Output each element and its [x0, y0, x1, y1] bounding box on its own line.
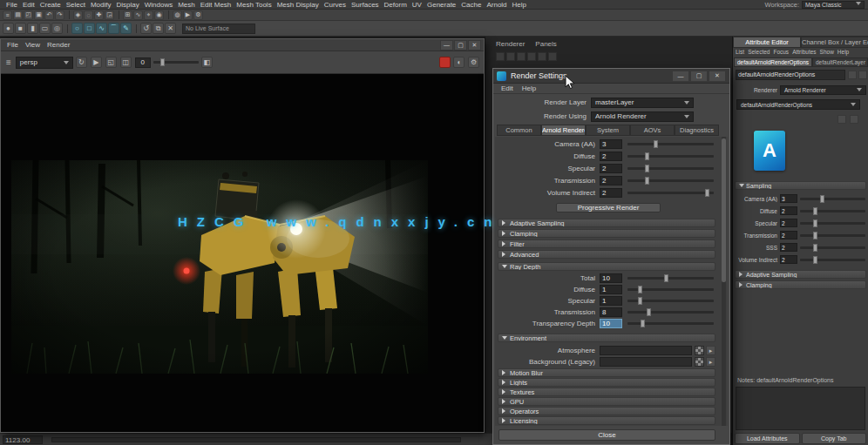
- menu-show[interactable]: Show: [820, 49, 834, 57]
- menu-selected[interactable]: Selected: [748, 49, 770, 57]
- poly-plane-icon[interactable]: ▭: [39, 23, 51, 34]
- tab-diagnostics[interactable]: Diagnostics: [675, 125, 719, 136]
- background-field[interactable]: [600, 357, 692, 367]
- menu-cache[interactable]: Cache: [458, 1, 484, 9]
- slider-handle[interactable]: [645, 152, 649, 160]
- menu-create[interactable]: Create: [37, 1, 64, 9]
- menu-deform[interactable]: Deform: [382, 1, 410, 9]
- settings-gear-icon[interactable]: ⚙: [468, 57, 479, 68]
- value-field[interactable]: 2: [780, 231, 797, 239]
- menu-arnold[interactable]: Arnold: [484, 1, 509, 9]
- audio-icon[interactable]: ◖: [453, 57, 465, 68]
- section-filter[interactable]: Filter: [498, 239, 715, 248]
- slider-handle[interactable]: [664, 274, 668, 282]
- slider-handle[interactable]: [638, 286, 642, 293]
- move-tool-icon[interactable]: ✚: [94, 10, 104, 20]
- menu-mesh-tools[interactable]: Mesh Tools: [234, 1, 274, 9]
- section-ray-depth[interactable]: Ray Depth: [498, 262, 715, 271]
- redo-icon[interactable]: ↷: [55, 10, 64, 20]
- menu-mesh[interactable]: Mesh: [175, 1, 198, 9]
- progressive-render-button[interactable]: Progressive Render: [556, 203, 661, 212]
- slider-handle[interactable]: [705, 189, 709, 197]
- slider-handle[interactable]: [820, 195, 824, 203]
- panel-toolbar-icon[interactable]: [548, 52, 557, 61]
- slider-handle[interactable]: [813, 244, 817, 252]
- value-field[interactable]: 2: [780, 206, 797, 215]
- render-view-menu-render[interactable]: Render: [44, 41, 73, 49]
- slider[interactable]: [800, 259, 865, 261]
- menu-help[interactable]: Help: [837, 49, 849, 57]
- ray-transmission-slider[interactable]: [627, 311, 714, 314]
- diffuse-samples-slider[interactable]: [627, 155, 714, 158]
- snap-curve-icon[interactable]: ∿: [133, 10, 143, 20]
- ray-specular-slider[interactable]: [627, 300, 714, 302]
- slider-handle[interactable]: [160, 58, 165, 66]
- copy-tab-button[interactable]: Copy Tab: [802, 433, 867, 444]
- menu-edit-mesh[interactable]: Edit Mesh: [198, 1, 234, 9]
- main-menu-icon[interactable]: ≡: [3, 10, 12, 20]
- transmission-samples-slider[interactable]: [627, 179, 714, 182]
- slider[interactable]: [800, 198, 865, 200]
- render-view-canvas[interactable]: [1, 74, 484, 432]
- menu-display[interactable]: Display: [114, 1, 142, 9]
- section-adaptive-sampling[interactable]: Adaptive Sampling: [735, 270, 866, 279]
- specular-samples-slider[interactable]: [627, 167, 714, 170]
- camera-aa-field[interactable]: 3: [600, 139, 622, 149]
- tab-attribute-editor[interactable]: Attribute Editor: [733, 37, 801, 48]
- tab-default-render-layer[interactable]: defaultRenderLayer: [812, 57, 868, 67]
- section-sampling[interactable]: Sampling: [735, 181, 866, 190]
- focus-icon[interactable]: [848, 71, 857, 79]
- value-field[interactable]: 3: [780, 194, 797, 203]
- lasso-select-icon[interactable]: ◌: [84, 10, 93, 20]
- ray-diffuse-slider[interactable]: [627, 288, 714, 291]
- slider-handle[interactable]: [645, 165, 649, 172]
- open-scene-icon[interactable]: ◰: [24, 10, 33, 20]
- scrollbar-track[interactable]: [722, 137, 726, 426]
- menu-help[interactable]: Help: [510, 1, 529, 9]
- gamma-value-field[interactable]: 0: [135, 57, 151, 68]
- snap-grid-icon[interactable]: ⊞: [123, 10, 132, 20]
- section-clamping[interactable]: Clamping: [735, 280, 866, 289]
- slider-handle[interactable]: [647, 308, 651, 316]
- checker-map-icon[interactable]: [695, 346, 704, 355]
- ae-renderer-selector[interactable]: Arnold Renderer: [780, 85, 866, 95]
- new-scene-icon[interactable]: ▤: [13, 10, 23, 20]
- transmission-samples-field[interactable]: 2: [600, 176, 622, 185]
- ray-total-field[interactable]: 10: [600, 273, 622, 283]
- checker-map-icon[interactable]: [695, 357, 704, 367]
- section-motion-blur[interactable]: Motion Blur: [498, 368, 715, 377]
- node-name-field[interactable]: defaultArnoldRenderOptions: [736, 70, 845, 80]
- render-current-frame-icon[interactable]: ◍: [173, 10, 182, 20]
- select-mask-icon[interactable]: ◈: [73, 10, 83, 20]
- panel-toolbar-icon[interactable]: [527, 52, 536, 61]
- menu-focus[interactable]: Focus: [773, 49, 789, 57]
- presets-icon[interactable]: [858, 71, 867, 79]
- menu-select[interactable]: Select: [64, 1, 88, 9]
- close-dialog-button[interactable]: Close: [498, 429, 715, 441]
- poly-torus-icon[interactable]: ◎: [51, 23, 63, 34]
- menu-edit[interactable]: Edit: [20, 1, 37, 9]
- maximize-button[interactable]: ▢: [690, 71, 708, 82]
- close-button[interactable]: ✕: [468, 40, 481, 51]
- panel-toolbar-icon[interactable]: [538, 52, 546, 61]
- panel-menu-renderer[interactable]: Renderer: [496, 40, 525, 48]
- menu-attributes[interactable]: Attributes: [792, 49, 816, 57]
- menu-edit[interactable]: Edit: [497, 84, 518, 92]
- texture-icon[interactable]: [850, 115, 858, 124]
- workspace-selector[interactable]: Maya Classic: [802, 1, 865, 9]
- snapshot-icon[interactable]: ◫: [120, 57, 132, 68]
- panel-menu-panels[interactable]: Panels: [535, 40, 556, 48]
- minimize-button[interactable]: —: [440, 40, 453, 51]
- ray-total-slider[interactable]: [627, 277, 714, 280]
- tab-system[interactable]: System: [586, 125, 630, 136]
- section-licensing[interactable]: Licensing: [498, 416, 715, 425]
- ray-transmission-field[interactable]: 8: [600, 307, 622, 317]
- display-channel-icon[interactable]: ◧: [201, 57, 213, 68]
- notes-field[interactable]: [736, 387, 865, 430]
- tab-arnold-renderer[interactable]: Arnold Renderer: [541, 125, 586, 136]
- diffuse-samples-field[interactable]: 2: [600, 152, 622, 161]
- poly-cube-icon[interactable]: ■: [15, 23, 26, 34]
- transparency-depth-field[interactable]: 10: [600, 319, 622, 328]
- panel-toolbar-icon[interactable]: [506, 52, 515, 61]
- save-scene-icon[interactable]: ▣: [34, 10, 44, 20]
